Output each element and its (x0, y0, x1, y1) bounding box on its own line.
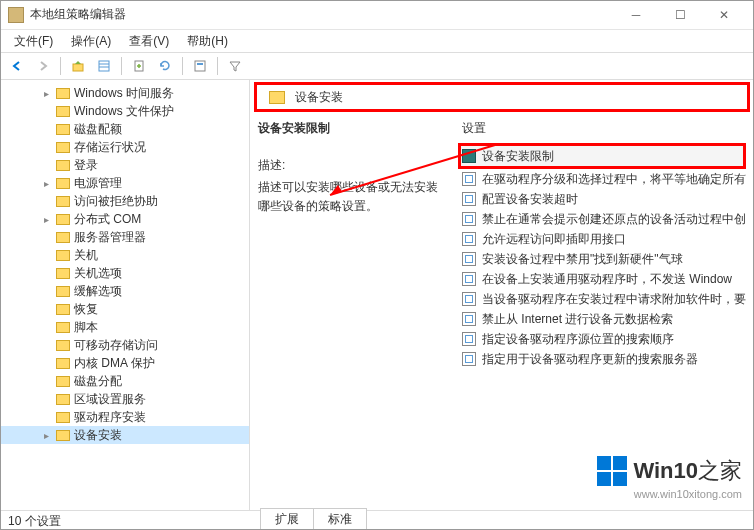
tree-label: 服务器管理器 (74, 229, 146, 246)
folder-icon (56, 340, 70, 351)
setting-label: 允许远程访问即插即用接口 (482, 231, 626, 248)
path-label: 设备安装 (295, 89, 343, 106)
expand-arrow-icon[interactable]: ▸ (40, 88, 52, 99)
tree-label: 磁盘配额 (74, 121, 122, 138)
tab-standard[interactable]: 标准 (313, 508, 367, 530)
forward-button[interactable] (32, 55, 54, 77)
watermark: Win10之家 www.win10xitong.com (597, 456, 742, 500)
tree-label: 缓解选项 (74, 283, 122, 300)
folder-icon (56, 232, 70, 243)
tree-item[interactable]: ▸关机 (0, 246, 249, 264)
tree-label: 关机 (74, 247, 98, 264)
tree-item[interactable]: ▸分布式 COM (0, 210, 249, 228)
tree-item[interactable]: ▸Windows 时间服务 (0, 84, 249, 102)
setting-policy[interactable]: 指定设备驱动程序源位置的搜索顺序 (458, 329, 746, 349)
setting-policy[interactable]: 禁止在通常会提示创建还原点的设备活动过程中创 (458, 209, 746, 229)
tree-item[interactable]: ▸存储运行状况 (0, 138, 249, 156)
tree-item[interactable]: ▸磁盘配额 (0, 120, 249, 138)
window-title: 本地组策略编辑器 (30, 6, 614, 23)
folder-icon (56, 160, 70, 171)
tree-item[interactable]: ▸脚本 (0, 318, 249, 336)
expand-arrow-icon[interactable]: ▸ (40, 430, 52, 441)
setting-policy[interactable]: 指定用于设备驱动程序更新的搜索服务器 (458, 349, 746, 369)
svg-rect-0 (73, 64, 83, 71)
tree-label: Windows 时间服务 (74, 85, 174, 102)
menu-file[interactable]: 文件(F) (6, 31, 61, 52)
tree-label: 电源管理 (74, 175, 122, 192)
folder-icon (56, 286, 70, 297)
setting-policy[interactable]: 安装设备过程中禁用"找到新硬件"气球 (458, 249, 746, 269)
desc-text: 描述可以安装哪些设备或无法安装哪些设备的策略设置。 (258, 178, 448, 216)
tree-item[interactable]: ▸Windows 文件保护 (0, 102, 249, 120)
back-button[interactable] (6, 55, 28, 77)
folder-icon (56, 178, 70, 189)
tab-extended[interactable]: 扩展 (260, 508, 313, 530)
setting-policy[interactable]: 禁止从 Internet 进行设备元数据检索 (458, 309, 746, 329)
folder-icon (56, 322, 70, 333)
list-button[interactable] (93, 55, 115, 77)
tree-item[interactable]: ▸设备安装 (0, 426, 249, 444)
policy-icon (462, 352, 476, 366)
setting-folder[interactable]: 设备安装限制 (458, 143, 746, 169)
menu-view[interactable]: 查看(V) (121, 31, 177, 52)
policy-icon (462, 172, 476, 186)
tree-label: 驱动程序安装 (74, 409, 146, 426)
setting-policy[interactable]: 配置设备安装超时 (458, 189, 746, 209)
tree-item[interactable]: ▸缓解选项 (0, 282, 249, 300)
tree-panel[interactable]: ▸Windows 时间服务▸Windows 文件保护▸磁盘配额▸存储运行状况▸登… (0, 80, 250, 510)
menu-action[interactable]: 操作(A) (63, 31, 119, 52)
tree-item[interactable]: ▸访问被拒绝协助 (0, 192, 249, 210)
tree-item[interactable]: ▸驱动程序安装 (0, 408, 249, 426)
svg-rect-1 (99, 61, 109, 71)
policy-icon (462, 332, 476, 346)
expand-arrow-icon[interactable]: ▸ (40, 178, 52, 189)
setting-policy[interactable]: 允许远程访问即插即用接口 (458, 229, 746, 249)
tree-item[interactable]: ▸登录 (0, 156, 249, 174)
column-header[interactable]: 设置 (458, 120, 746, 137)
separator (121, 57, 122, 75)
tree-label: 登录 (74, 157, 98, 174)
setting-label: 指定用于设备驱动程序更新的搜索服务器 (482, 351, 698, 368)
refresh-button[interactable] (154, 55, 176, 77)
setting-policy[interactable]: 当设备驱动程序在安装过程中请求附加软件时，要 (458, 289, 746, 309)
maximize-button[interactable]: ☐ (658, 1, 702, 29)
tree-item[interactable]: ▸恢复 (0, 300, 249, 318)
tree-item[interactable]: ▸区域设置服务 (0, 390, 249, 408)
properties-button[interactable] (189, 55, 211, 77)
tree-label: 内核 DMA 保护 (74, 355, 155, 372)
folder-icon (56, 358, 70, 369)
tree-item[interactable]: ▸内核 DMA 保护 (0, 354, 249, 372)
setting-label: 在设备上安装通用驱动程序时，不发送 Window (482, 271, 732, 288)
separator (60, 57, 61, 75)
detail-title: 设备安装限制 (258, 120, 448, 137)
setting-label: 设备安装限制 (482, 148, 554, 165)
tree-item[interactable]: ▸服务器管理器 (0, 228, 249, 246)
up-button[interactable] (67, 55, 89, 77)
minimize-button[interactable]: ─ (614, 1, 658, 29)
tree-item[interactable]: ▸关机选项 (0, 264, 249, 282)
menu-help[interactable]: 帮助(H) (179, 31, 236, 52)
close-button[interactable]: ✕ (702, 1, 746, 29)
tree-label: 关机选项 (74, 265, 122, 282)
path-header: 设备安装 (254, 82, 750, 112)
setting-policy[interactable]: 在驱动程序分级和选择过程中，将平等地确定所有 (458, 169, 746, 189)
tree-item[interactable]: ▸电源管理 (0, 174, 249, 192)
tree-item[interactable]: ▸磁盘分配 (0, 372, 249, 390)
svg-rect-5 (195, 61, 205, 71)
setting-policy[interactable]: 在设备上安装通用驱动程序时，不发送 Window (458, 269, 746, 289)
folder-icon (56, 376, 70, 387)
desc-label: 描述: (258, 157, 448, 174)
app-icon (8, 7, 24, 23)
expand-arrow-icon[interactable]: ▸ (40, 214, 52, 225)
folder-icon (269, 91, 285, 104)
tree-label: 磁盘分配 (74, 373, 122, 390)
policy-icon (462, 212, 476, 226)
export-button[interactable] (128, 55, 150, 77)
policy-icon (462, 312, 476, 326)
policy-icon (462, 232, 476, 246)
tree-label: 可移动存储访问 (74, 337, 158, 354)
tree-item[interactable]: ▸可移动存储访问 (0, 336, 249, 354)
filter-button[interactable] (224, 55, 246, 77)
folder-icon (56, 214, 70, 225)
setting-label: 安装设备过程中禁用"找到新硬件"气球 (482, 251, 683, 268)
